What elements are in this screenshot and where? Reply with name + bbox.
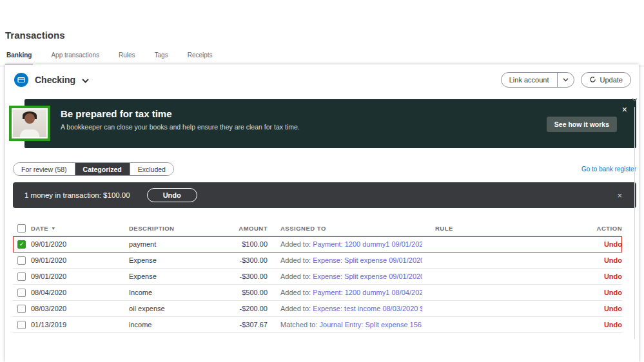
row-checkbox[interactable]	[17, 321, 26, 329]
banking-panel: Checking Link account Update	[5, 64, 639, 362]
chevron-down-icon	[82, 74, 89, 86]
row-date: 09/01/2020	[31, 256, 129, 264]
row-date: 08/03/2020	[31, 305, 129, 312]
bookkeeper-photo	[9, 106, 50, 141]
account-actions: Link account Update	[501, 72, 631, 88]
table-header: DATE▼ DESCRIPTION AMOUNT ASSIGNED TO RUL…	[13, 221, 622, 236]
link-account-button[interactable]: Link account	[501, 72, 574, 88]
table-row: 09/01/2020 Expense -$300.00 Added to: Ex…	[13, 252, 622, 269]
scrollbar-track[interactable]	[634, 107, 635, 339]
account-row: Checking Link account Update	[5, 64, 639, 94]
row-description: oil expense	[129, 305, 216, 312]
main-tabs: Banking App transactions Rules Tags Rece…	[0, 49, 644, 66]
assigned-link[interactable]: Expense: Split expense 09/01/2020 $300.0…	[313, 256, 422, 264]
row-undo-link[interactable]: Undo	[604, 272, 622, 280]
row-amount: -$300.00	[216, 272, 268, 280]
select-all-checkbox[interactable]	[17, 224, 26, 233]
account-selector[interactable]: Checking	[14, 73, 89, 87]
row-description: payment	[129, 240, 216, 248]
table-row: 01/13/2019 income -$307.67 Matched to: J…	[13, 317, 622, 333]
row-description: Expense	[129, 256, 216, 264]
bank-account-icon	[14, 73, 28, 87]
assigned-prefix: Added to:	[280, 272, 311, 280]
toast-close-icon[interactable]: ×	[614, 189, 625, 202]
assigned-prefix: Added to:	[280, 256, 311, 264]
update-label: Update	[600, 76, 623, 84]
tab-app-transactions[interactable]: App transactions	[50, 49, 101, 66]
row-amount: -$300.00	[216, 256, 268, 264]
table-row: ✓ 09/01/2020 payment $100.00 Added to: P…	[13, 236, 622, 252]
table-row: 09/01/2020 Expense -$300.00 Added to: Ex…	[13, 269, 622, 285]
segment-for-review[interactable]: For review (58)	[14, 163, 75, 175]
tax-time-banner: Be prepared for tax time A bookkeeper ca…	[24, 99, 636, 148]
panel-scrollbar[interactable]	[631, 93, 638, 339]
row-checkbox[interactable]: ✓	[17, 240, 26, 249]
row-amount: -$200.00	[216, 305, 268, 312]
link-account-label[interactable]: Link account	[502, 73, 557, 87]
assigned-link[interactable]: Expense: Split expense 09/01/2020 $300.0…	[313, 272, 422, 280]
tab-receipts[interactable]: Receipts	[186, 49, 214, 66]
undo-toast: 1 money in transaction: $100.00 Undo ×	[13, 182, 636, 208]
table-row: 08/03/2020 oil expense -$200.00 Added to…	[13, 301, 622, 317]
row-date: 09/01/2020	[31, 240, 129, 248]
row-checkbox[interactable]	[17, 272, 26, 281]
column-date[interactable]: DATE▼	[31, 225, 129, 232]
assigned-link[interactable]: Payment: 1200 dummy1 09/01/2020 $100.00	[313, 240, 422, 248]
row-undo-link[interactable]: Undo	[604, 240, 622, 248]
tab-banking[interactable]: Banking	[5, 49, 33, 66]
row-date: 01/13/2019	[31, 321, 129, 329]
tab-rules[interactable]: Rules	[117, 49, 137, 66]
see-how-it-works-button[interactable]: See how it works	[547, 117, 617, 132]
assigned-link[interactable]: Expense: test income 08/03/2020 $200.00	[313, 305, 422, 312]
toast-undo-button[interactable]: Undo	[147, 188, 197, 202]
assigned-prefix: Added to:	[280, 289, 311, 296]
row-amount: $500.00	[216, 289, 268, 296]
segment-excluded[interactable]: Excluded	[130, 163, 173, 175]
row-date: 09/01/2020	[31, 272, 129, 280]
column-description: DESCRIPTION	[129, 225, 216, 232]
row-undo-link[interactable]: Undo	[604, 256, 622, 264]
assigned-prefix: Matched to:	[280, 321, 317, 329]
column-rule: RULE	[422, 225, 583, 232]
toast-message: 1 money in transaction: $100.00	[24, 191, 130, 199]
row-description: Income	[129, 289, 216, 296]
row-description: Expense	[129, 272, 216, 280]
table-row: 08/04/2020 Income $500.00 Added to: Paym…	[13, 285, 622, 301]
link-account-dropdown[interactable]	[557, 73, 574, 87]
review-segmented-control: For review (58) Categorized Excluded	[13, 162, 174, 176]
row-undo-link[interactable]: Undo	[604, 289, 622, 296]
refresh-icon	[589, 76, 596, 84]
row-amount: $100.00	[216, 240, 268, 248]
column-action: ACTION	[583, 225, 622, 232]
row-description: income	[129, 321, 216, 329]
assigned-link[interactable]: Payment: 1200 dummy1 08/04/2020 $500.00	[313, 289, 422, 296]
row-undo-link[interactable]: Undo	[604, 305, 622, 312]
account-name: Checking	[35, 75, 75, 85]
go-to-bank-register-link[interactable]: Go to bank register	[581, 166, 636, 173]
segment-categorized[interactable]: Categorized	[75, 163, 130, 175]
assigned-link[interactable]: Journal Entry: Split expense 156 03/24/2…	[320, 321, 422, 329]
row-date: 08/04/2020	[31, 289, 129, 296]
column-amount: AMOUNT	[216, 225, 268, 232]
column-assigned-to: ASSIGNED TO	[268, 225, 422, 232]
row-undo-link[interactable]: Undo	[604, 321, 622, 329]
update-button[interactable]: Update	[581, 72, 631, 88]
row-checkbox[interactable]	[17, 256, 26, 265]
filter-row: For review (58) Categorized Excluded Go …	[13, 162, 636, 176]
banner-close-icon[interactable]: ×	[620, 103, 630, 116]
row-amount: -$307.67	[216, 321, 268, 329]
assigned-prefix: Added to:	[280, 305, 311, 312]
sort-desc-icon: ▼	[51, 226, 55, 231]
row-checkbox[interactable]	[17, 289, 26, 297]
page-title: Transactions	[5, 30, 65, 41]
assigned-prefix: Added to:	[280, 240, 311, 248]
row-checkbox[interactable]	[17, 305, 26, 313]
tab-tags[interactable]: Tags	[153, 49, 170, 66]
scroll-down-icon[interactable]	[631, 93, 638, 104]
transactions-table: DATE▼ DESCRIPTION AMOUNT ASSIGNED TO RUL…	[13, 221, 622, 333]
